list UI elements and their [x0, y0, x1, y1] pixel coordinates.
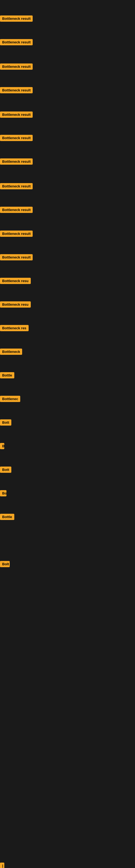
bottleneck-badge: Bottleneck result — [0, 16, 33, 22]
site-title — [0, 0, 135, 3]
bottleneck-badge-row: Bottleneck result — [0, 183, 33, 190]
bottleneck-badge-row: Bolt — [0, 561, 10, 568]
bottleneck-badge: Bottleneck result — [0, 183, 33, 189]
bottleneck-badge-row: Bottleneck result — [0, 254, 33, 261]
bottleneck-badge: Bo — [0, 490, 6, 496]
bottleneck-badge-row: Bottle — [0, 514, 14, 521]
bottleneck-badge-row: Bottleneck result — [0, 87, 33, 94]
bottleneck-badge: Bottle — [0, 372, 14, 378]
bottleneck-badge-row: Bottleneck result — [0, 16, 33, 23]
bottleneck-badge: Bott — [0, 467, 11, 473]
bottleneck-badge-row: Bottleneck res — [0, 325, 29, 332]
bottleneck-badge: Bottleneck result — [0, 63, 33, 70]
bottleneck-badge-row: | — [0, 863, 4, 868]
bottleneck-badge: Bottleneck result — [0, 135, 33, 141]
bottleneck-badge-row: Bott — [0, 467, 11, 474]
bottleneck-badge-row: Bottleneck result — [0, 230, 33, 238]
bottleneck-badge: Bottleneck result — [0, 254, 33, 260]
bottleneck-badge-row: Bottle — [0, 372, 14, 379]
bottleneck-badge-row: Bottleneck result — [0, 39, 33, 46]
bottleneck-badge: Bottle — [0, 514, 14, 520]
bottleneck-badge: Bottleneck result — [0, 87, 33, 93]
bottleneck-badge-row: Bottleneck result — [0, 158, 33, 166]
bottleneck-badge-row: Bottlenec — [0, 396, 20, 403]
bottleneck-badge-row: Bottleneck resu — [0, 301, 31, 309]
bottleneck-badge: Bott — [0, 420, 11, 426]
bottleneck-badge: Bottlenec — [0, 396, 20, 402]
bottleneck-badge: Bolt — [0, 561, 10, 567]
bottleneck-badge-row: Bottleneck result — [0, 63, 33, 71]
bottleneck-badge: Bottleneck result — [0, 158, 33, 165]
bottleneck-badge: Bottleneck res — [0, 325, 29, 331]
bottleneck-badge-row: Bottleneck result — [0, 135, 33, 142]
bottleneck-badge-row: Bott — [0, 420, 11, 427]
bottleneck-badge: Bottleneck result — [0, 207, 33, 213]
bottleneck-badge: Bottleneck resu — [0, 301, 31, 308]
bottleneck-badge: Bottleneck result — [0, 230, 33, 237]
bottleneck-badge: Bottleneck result — [0, 112, 33, 118]
bottleneck-badge: Bottleneck resu — [0, 278, 31, 284]
bottleneck-badge-row: B — [0, 443, 4, 450]
bottleneck-badge: B — [0, 443, 4, 449]
bottleneck-badge-row: Bottleneck result — [0, 207, 33, 214]
bottleneck-badge-row: Bottleneck result — [0, 112, 33, 119]
bottleneck-badge: Bottleneck result — [0, 39, 33, 45]
bottleneck-badge-row: Bottleneck resu — [0, 278, 31, 285]
bottleneck-badge-row: Bo — [0, 490, 6, 497]
bottleneck-badge: | — [0, 863, 4, 868]
bottleneck-badge-row: Bottleneck — [0, 348, 22, 356]
bottleneck-badge: Bottleneck — [0, 348, 22, 355]
